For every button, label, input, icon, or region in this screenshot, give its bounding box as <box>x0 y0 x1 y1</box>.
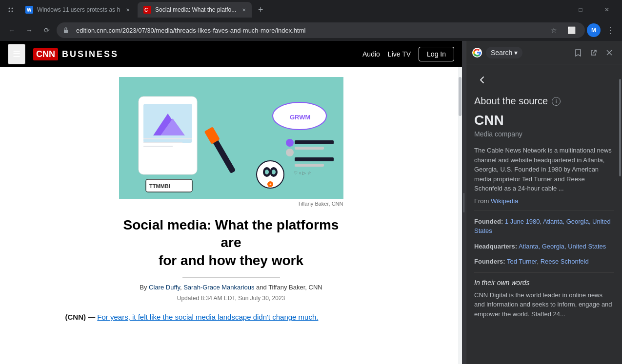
page-scrollbar[interactable] <box>458 67 462 364</box>
tab-bar: W Windows 11 users protests as h ✕ C Soc… <box>0 0 622 19</box>
more-options-button[interactable]: ⋮ <box>602 22 618 38</box>
tab-social-media[interactable]: C Social media: What the platfo... ✕ <box>138 2 252 18</box>
svg-point-32 <box>286 139 294 147</box>
svg-point-33 <box>286 149 294 156</box>
info-icon[interactable]: i <box>552 97 561 106</box>
svg-text:TTMMBI: TTMMBI <box>149 183 170 189</box>
maximize-button[interactable]: □ <box>569 2 592 18</box>
cnn-logo-text: CNN <box>33 48 58 60</box>
svg-text:GRWM: GRWM <box>290 114 310 121</box>
svg-point-0 <box>9 8 10 9</box>
tab1-close[interactable]: ✕ <box>124 6 132 14</box>
wikipedia-from: From Wikipedia <box>474 197 614 205</box>
hamburger-menu[interactable]: ☰ <box>8 44 25 64</box>
svg-rect-35 <box>295 164 324 167</box>
source-description: The Cable News Network is a multinationa… <box>474 146 614 193</box>
founders-detail: Founders: Ted Turner, Reese Schonfeld <box>474 257 614 267</box>
svg-rect-8 <box>64 30 68 33</box>
forward-button[interactable]: → <box>21 22 37 38</box>
tab2-close[interactable]: ✕ <box>240 6 248 14</box>
panel-open-external-button[interactable] <box>587 46 601 59</box>
tab1-favicon: W <box>25 6 33 14</box>
founder2-link[interactable]: Reese Schonfeld <box>541 258 589 265</box>
main-area: ☰ CNN BUSINESS Audio Live TV Log In <box>0 41 622 364</box>
source-name: CNN <box>474 113 614 128</box>
source-type: Media company <box>474 130 614 138</box>
tab2-favicon: C <box>143 6 151 14</box>
address-input[interactable]: edition.cnn.com/2023/07/30/media/threads… <box>57 22 585 38</box>
audio-nav[interactable]: Audio <box>362 50 380 58</box>
cnn-header: ☰ CNN BUSINESS Audio Live TV Log In <box>0 41 462 67</box>
panel-resize-handle[interactable] <box>462 41 466 364</box>
svg-text:W: W <box>27 7 32 13</box>
profile-button[interactable]: M <box>587 23 601 37</box>
svg-point-3 <box>12 11 13 12</box>
svg-rect-31 <box>295 147 324 150</box>
minimize-button[interactable]: ─ <box>543 2 565 18</box>
panel-back-button[interactable] <box>474 72 490 88</box>
svg-text:C: C <box>144 7 148 13</box>
login-button[interactable]: Log In <box>419 47 454 61</box>
article-title: Social media: What the platforms are for… <box>119 216 343 269</box>
about-source-heading: About the source i <box>474 96 614 107</box>
back-button[interactable]: ← <box>4 22 20 38</box>
panel-close-button[interactable] <box>602 46 616 59</box>
bookmark-button[interactable]: ☆ <box>546 22 562 38</box>
new-tab-button[interactable]: + <box>254 3 267 17</box>
author2-link[interactable]: Sarah-Grace Mankarious <box>183 284 254 291</box>
svg-rect-34 <box>295 157 334 161</box>
url-text: edition.cnn.com/2023/07/30/media/threads… <box>72 27 546 34</box>
panel-scrollbar[interactable] <box>618 64 622 364</box>
side-panel-actions <box>571 46 616 59</box>
tab-windows-users[interactable]: W Windows 11 users protests as h ✕ <box>20 2 136 18</box>
google-g-icon <box>472 48 482 57</box>
cnn-tag: (CNN) — <box>65 313 96 321</box>
author3: Tiffany Baker, CNN <box>268 284 322 291</box>
svg-point-1 <box>12 8 13 9</box>
refresh-button[interactable]: ⟳ <box>39 22 55 38</box>
founded-date-link[interactable]: 1 June 1980 <box>505 218 540 225</box>
svg-point-27 <box>272 170 276 174</box>
address-bar: ← → ⟳ edition.cnn.com/2023/07/30/media/t… <box>0 19 622 41</box>
tab2-title: Social media: What the platfo... <box>155 6 236 13</box>
article-lead[interactable]: For years, it felt like the social media… <box>97 313 318 321</box>
article-image-container: GRWM TTMMBI + <box>119 77 343 199</box>
live-tv-nav[interactable]: Live TV <box>388 50 411 58</box>
search-dropdown[interactable]: Search ▾ <box>486 47 522 58</box>
image-caption: Tiffany Baker, CNN <box>119 201 343 207</box>
side-panel-content[interactable]: About the source i CNN Media company The… <box>466 64 622 364</box>
svg-point-26 <box>265 170 269 174</box>
side-panel-header: Search ▾ <box>466 41 622 64</box>
svg-rect-16 <box>143 146 173 147</box>
panel-scrollbar-thumb <box>619 79 621 176</box>
headquarters-detail: Headquarters: Atlanta, Georgia, United S… <box>474 242 614 251</box>
founded-detail: Founded: 1 June 1980, Atlanta, Georgia, … <box>474 217 614 236</box>
header-nav: Audio Live TV Log In <box>362 47 454 61</box>
wikipedia-link[interactable]: Wikipedia <box>491 197 518 205</box>
divider2 <box>474 272 614 273</box>
own-words-title: In their own words <box>474 279 614 287</box>
headquarters-link[interactable]: Atlanta, Georgia, United States <box>519 243 606 250</box>
article-illustration: GRWM TTMMBI + <box>119 77 343 199</box>
svg-text:+: + <box>269 182 272 187</box>
search-label: Search <box>491 49 512 57</box>
window-controls: ─ □ ✕ <box>543 2 618 18</box>
webpage: ☰ CNN BUSINESS Audio Live TV Log In <box>0 41 462 364</box>
side-panel: Search ▾ <box>466 41 622 364</box>
founder1-link[interactable]: Ted Turner <box>507 258 537 265</box>
page-scrollbar-thumb <box>459 77 461 116</box>
title-divider <box>182 277 280 278</box>
author1-link[interactable]: Clare Duffy <box>149 284 180 291</box>
close-window-button[interactable]: ✕ <box>596 2 618 18</box>
sidebar-toggle-button[interactable]: ⬜ <box>563 22 579 38</box>
article-content: GRWM TTMMBI + <box>56 67 407 333</box>
tab-list-button[interactable] <box>4 3 18 17</box>
article-date: Updated 8:34 AM EDT, Sun July 30, 2023 <box>65 295 397 302</box>
cnn-logo: CNN BUSINESS <box>33 48 119 60</box>
divider1 <box>474 211 614 211</box>
cnn-business-text: BUSINESS <box>62 49 119 59</box>
resize-handle-indicator <box>463 193 464 212</box>
byline-prefix: By <box>140 284 147 291</box>
dropdown-arrow: ▾ <box>514 49 518 57</box>
panel-bookmark-button[interactable] <box>571 46 585 59</box>
